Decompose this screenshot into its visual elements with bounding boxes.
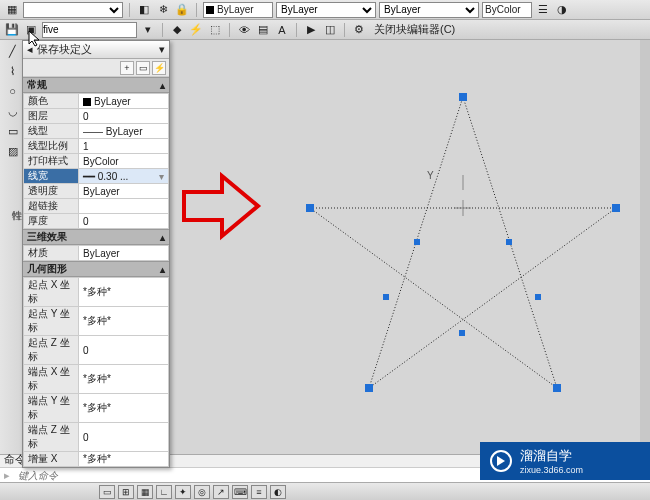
section-header[interactable]: 三维效果▴	[23, 229, 169, 245]
block-props-icon[interactable]: ▣	[23, 22, 39, 38]
brand-overlay: 溜溜自学 zixue.3d66.com	[480, 442, 650, 480]
property-row[interactable]: 线型比例1	[24, 139, 169, 154]
property-row[interactable]: 起点 X 坐标*多种*	[24, 278, 169, 307]
toolbar-block-editor: 💾 ▣ ▾ ◆ ⚡ ⬚ 👁 ▤ A ▶ ◫ ⚙ 关闭块编辑器(C)	[0, 20, 650, 40]
svg-rect-4	[365, 384, 373, 392]
test-icon[interactable]: ▶	[303, 22, 319, 38]
property-row[interactable]: 端点 Z 坐标0	[24, 423, 169, 452]
properties-header[interactable]: ◂ 保存块定义 ▾	[23, 41, 169, 59]
otrack-toggle[interactable]: ↗	[213, 485, 229, 499]
lineweight-toggle[interactable]: ≡	[251, 485, 267, 499]
property-row[interactable]: 线宽━━ 0.30 ...▾	[24, 169, 169, 184]
layer-combo[interactable]	[23, 2, 123, 18]
transparency-toggle[interactable]: ◐	[270, 485, 286, 499]
svg-rect-3	[553, 384, 561, 392]
toolbar-layers: ▦ ◧ ❄ 🔒 ByLayer ByLayer ByLayer ByColor …	[0, 0, 650, 20]
list-icon[interactable]: ☰	[535, 2, 551, 18]
line-tool-icon[interactable]: ╱	[2, 42, 23, 60]
snap-toggle[interactable]: ▦	[137, 485, 153, 499]
pickadd-icon[interactable]: +	[120, 61, 134, 75]
properties-palette: ◂ 保存块定义 ▾ + ▭ ⚡ 常规▴颜色ByLayer图层0线型—— ByLa…	[22, 40, 170, 468]
dropdown-arrow-icon[interactable]: ▾	[159, 43, 165, 56]
properties-title: 保存块定义	[37, 42, 92, 57]
model-button[interactable]: ▭	[99, 485, 115, 499]
dropdown-icon[interactable]: ▾	[140, 22, 156, 38]
settings-icon[interactable]: ⚙	[351, 22, 367, 38]
plotstyle-combo[interactable]: ByColor	[482, 2, 532, 18]
layer-freeze-icon[interactable]: ❄	[155, 2, 171, 18]
property-row[interactable]: 透明度ByLayer	[24, 184, 169, 199]
polyline-tool-icon[interactable]: ⌇	[2, 62, 23, 80]
select-objects-icon[interactable]: ▭	[136, 61, 150, 75]
dynamic-input-toggle[interactable]: ⌨	[232, 485, 248, 499]
close-block-editor-button[interactable]: 关闭块编辑器(C)	[370, 22, 459, 37]
dropdown-icon[interactable]: ▾	[159, 171, 164, 182]
grid-toggle[interactable]: ⊞	[118, 485, 134, 499]
property-row[interactable]: 颜色ByLayer	[24, 94, 169, 109]
quick-select-icon[interactable]: ⚡	[152, 61, 166, 75]
svg-rect-6	[506, 239, 512, 245]
param-icon[interactable]: ◆	[169, 22, 185, 38]
layer-iso-icon[interactable]: ◧	[136, 2, 152, 18]
brand-name: 溜溜自学	[520, 447, 583, 465]
color-icon[interactable]: ◑	[554, 2, 570, 18]
property-row[interactable]: 起点 Z 坐标0	[24, 336, 169, 365]
chevron-right-icon: ▸	[0, 469, 14, 482]
svg-rect-10	[459, 330, 465, 336]
property-row[interactable]: 打印样式ByColor	[24, 154, 169, 169]
collapse-icon[interactable]: ▴	[160, 232, 165, 243]
layer-lock-icon[interactable]: 🔒	[174, 2, 190, 18]
collapse-icon[interactable]: ▴	[160, 264, 165, 275]
property-row[interactable]: 厚度0	[24, 214, 169, 229]
ortho-toggle[interactable]: ∟	[156, 485, 172, 499]
attribute-icon[interactable]: A	[274, 22, 290, 38]
status-bar: ▭ ⊞ ▦ ∟ ✦ ◎ ↗ ⌨ ≡ ◐	[0, 482, 650, 500]
svg-rect-2	[612, 204, 620, 212]
svg-rect-7	[414, 239, 420, 245]
action-icon[interactable]: ⚡	[188, 22, 204, 38]
svg-rect-5	[306, 204, 314, 212]
constraint-icon[interactable]: ⬚	[207, 22, 223, 38]
brand-url: zixue.3d66.com	[520, 465, 583, 475]
pin-icon[interactable]: ◂	[27, 43, 33, 56]
svg-rect-9	[535, 294, 541, 300]
property-row[interactable]: 增量 X*多种*	[24, 452, 169, 467]
circle-tool-icon[interactable]: ○	[2, 82, 23, 100]
linetype-combo[interactable]: ByLayer	[276, 2, 376, 18]
play-icon	[490, 450, 512, 472]
property-row[interactable]: 端点 X 坐标*多种*	[24, 365, 169, 394]
svg-rect-1	[459, 93, 467, 101]
lineweight-combo[interactable]: ByLayer	[379, 2, 479, 18]
property-row[interactable]: 起点 Y 坐标*多种*	[24, 307, 169, 336]
save-block-icon[interactable]: 💾	[4, 22, 20, 38]
property-row[interactable]: 超链接	[24, 199, 169, 214]
visibility-icon[interactable]: 👁	[236, 22, 252, 38]
property-row[interactable]: 线型—— ByLayer	[24, 124, 169, 139]
properties-mini-toolbar: + ▭ ⚡	[23, 59, 169, 77]
auth-palette-icon[interactable]: ◫	[322, 22, 338, 38]
section-header[interactable]: 几何图形▴	[23, 261, 169, 277]
hatch-tool-icon[interactable]: ▨	[2, 142, 23, 160]
rect-tool-icon[interactable]: ▭	[2, 122, 23, 140]
section-header[interactable]: 常规▴	[23, 77, 169, 93]
table-icon[interactable]: ▤	[255, 22, 271, 38]
arc-tool-icon[interactable]: ◡	[2, 102, 23, 120]
polar-toggle[interactable]: ✦	[175, 485, 191, 499]
layer-manager-icon[interactable]: ▦	[4, 2, 20, 18]
osnap-toggle[interactable]: ◎	[194, 485, 210, 499]
svg-rect-8	[383, 294, 389, 300]
block-name-input[interactable]	[42, 22, 137, 38]
property-row[interactable]: 端点 Y 坐标*多种*	[24, 394, 169, 423]
property-row[interactable]: 材质ByLayer	[24, 246, 169, 261]
collapse-icon[interactable]: ▴	[160, 80, 165, 91]
property-row[interactable]: 图层0	[24, 109, 169, 124]
color-combo[interactable]: ByLayer	[203, 2, 273, 18]
